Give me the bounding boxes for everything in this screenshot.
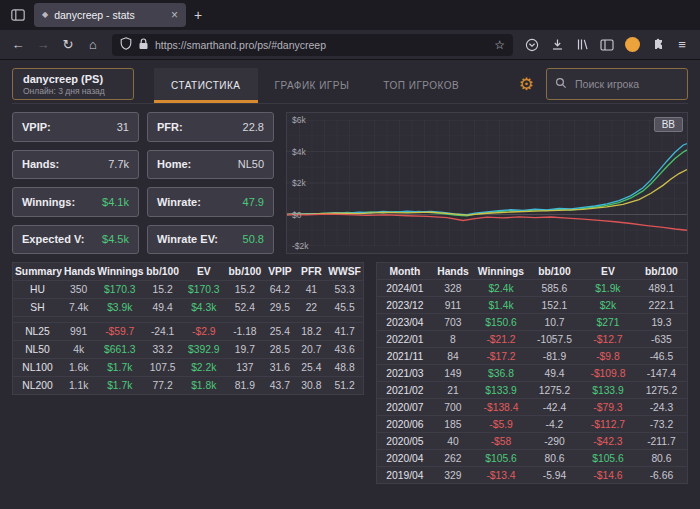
- value-cell: 49.4: [529, 365, 580, 381]
- stat-value: 31: [117, 121, 129, 133]
- value-cell: 52.4: [227, 299, 264, 316]
- value-cell: 21: [433, 382, 473, 398]
- column-header: Hands: [62, 263, 95, 280]
- stats-chart: $6k$4k$2k$0-$2k BB: [286, 112, 688, 254]
- forward-button[interactable]: →: [31, 33, 55, 57]
- row-label: 2021/02: [377, 382, 433, 398]
- row-label: SH: [13, 299, 62, 316]
- browser-nav-bar: ← → ↻ ⌂ https://smarthand.pro/ps/#danycr…: [0, 30, 700, 60]
- value-cell: $1.8k: [181, 377, 227, 394]
- url-text: https://smarthand.pro/ps/#danycreep: [155, 39, 488, 51]
- stat-label: Hands:: [22, 158, 59, 170]
- column-header: Summary: [13, 263, 62, 280]
- value-cell: 4k: [62, 341, 95, 358]
- search-icon: [555, 75, 567, 93]
- value-cell: 49.4: [144, 299, 181, 316]
- value-cell: 25.4: [297, 359, 327, 376]
- tab-close-icon[interactable]: ×: [171, 8, 178, 22]
- page-header: danycreep (PS) Онлайн: 3 дня назад СТАТИ…: [12, 68, 688, 104]
- sidebar-icon[interactable]: [595, 33, 619, 57]
- stats-and-chart-row: VPIP:31PFR:22.8Hands:7.7kHome:NL50Winnin…: [12, 112, 688, 254]
- value-cell: 19.7: [227, 341, 264, 358]
- bookmark-star-icon[interactable]: ☆: [494, 38, 505, 52]
- lock-icon[interactable]: [138, 36, 149, 54]
- table-row: NL25991-$59.7-24.1-$2.9-1.1825.418.241.7: [13, 322, 363, 340]
- column-header: Winnings: [95, 263, 144, 280]
- stat-label: Home:: [157, 158, 191, 170]
- value-cell: 48.8: [326, 359, 363, 376]
- value-cell: 991: [62, 323, 95, 340]
- column-header: bb/100: [529, 263, 580, 279]
- stat-value: NL50: [238, 158, 264, 170]
- browser-tab[interactable]: ◆ danycreep - stats ×: [34, 3, 186, 27]
- value-cell: -$79.3: [580, 399, 636, 415]
- value-cell: -$2.9: [181, 323, 227, 340]
- stat-label: Winrate:: [157, 196, 201, 208]
- menu-hamburger-icon[interactable]: ≡: [670, 33, 694, 57]
- table-row: 2020/04262$105.680.6$105.680.6: [377, 449, 687, 466]
- stat-value: 47.9: [243, 196, 264, 208]
- row-label: HU: [13, 281, 62, 298]
- tracking-protection-shield-icon[interactable]: [120, 36, 132, 54]
- bb-mode-button[interactable]: BB: [654, 117, 683, 132]
- library-icon[interactable]: [570, 33, 594, 57]
- column-header: EV: [580, 263, 636, 279]
- row-label: NL100: [13, 359, 62, 376]
- row-label: 2024/01: [377, 280, 433, 296]
- page-tabs: СТАТИСТИКАГРАФИК ИГРЫТОП ИГРОКОВ: [154, 68, 476, 103]
- value-cell: 489.1: [636, 280, 687, 296]
- value-cell: 40: [433, 433, 473, 449]
- value-cell: 1275.2: [529, 382, 580, 398]
- row-label: 2020/04: [377, 450, 433, 466]
- column-header: Hands: [433, 263, 473, 279]
- downloads-icon[interactable]: [545, 33, 569, 57]
- value-cell: $4.3k: [181, 299, 227, 316]
- stat-value: $4.1k: [102, 196, 129, 208]
- settings-gear-icon[interactable]: ⚙: [519, 68, 534, 100]
- table-row: 2020/06185-$5.9-4.2-$112.7-73.2: [377, 415, 687, 432]
- row-label: NL50: [13, 341, 62, 358]
- column-header: PFR: [297, 263, 327, 280]
- value-cell: -$12.7: [580, 331, 636, 347]
- home-button[interactable]: ⌂: [81, 33, 105, 57]
- browser-tab-bar: ◆ danycreep - stats × +: [0, 0, 700, 30]
- back-button[interactable]: ←: [6, 33, 30, 57]
- column-header: Winnings: [473, 263, 529, 279]
- player-search-box[interactable]: [546, 68, 688, 100]
- value-cell: 77.2: [144, 377, 181, 394]
- column-header: Month: [377, 263, 433, 279]
- value-cell: -290: [529, 433, 580, 449]
- column-header: WWSF: [326, 263, 363, 280]
- search-input[interactable]: [573, 77, 679, 91]
- value-cell: -635: [636, 331, 687, 347]
- value-cell: -42.4: [529, 399, 580, 415]
- tab-title: danycreep - stats: [54, 9, 165, 21]
- value-cell: $1.7k: [95, 377, 144, 394]
- value-cell: -211.7: [636, 433, 687, 449]
- value-cell: 20.7: [297, 341, 327, 358]
- table-row: NL2001.1k$1.7k77.2$1.8k81.943.730.851.2: [13, 376, 363, 394]
- tab-top-players[interactable]: ТОП ИГРОКОВ: [366, 68, 476, 103]
- reload-button[interactable]: ↻: [56, 33, 80, 57]
- new-tab-button[interactable]: +: [186, 3, 210, 27]
- account-avatar-icon[interactable]: [620, 33, 644, 57]
- value-cell: -24.3: [636, 399, 687, 415]
- tab-statistics[interactable]: СТАТИСТИКА: [154, 68, 258, 103]
- value-cell: 703: [433, 314, 473, 330]
- table-row: 2021/0221$133.91275.2$133.91275.2: [377, 381, 687, 398]
- url-bar[interactable]: https://smarthand.pro/ps/#danycreep ☆: [112, 34, 513, 56]
- firefox-view-icon[interactable]: [6, 3, 30, 27]
- stat-label: VPIP:: [22, 121, 51, 133]
- pocket-icon[interactable]: [520, 33, 544, 57]
- extensions-puzzle-icon[interactable]: [645, 33, 669, 57]
- value-cell: 30.8: [297, 377, 327, 394]
- stat-box: Winnings:$4.1k: [12, 187, 139, 217]
- tab-game-graph[interactable]: ГРАФИК ИГРЫ: [258, 68, 367, 103]
- value-cell: 43.6: [326, 341, 363, 358]
- value-cell: $271: [580, 314, 636, 330]
- browser-window: ◆ danycreep - stats × + ← → ↻ ⌂ https://…: [0, 0, 700, 509]
- value-cell: -$9.8: [580, 348, 636, 364]
- value-cell: 33.2: [144, 341, 181, 358]
- value-cell: -$112.7: [580, 416, 636, 432]
- value-cell: -$5.9: [473, 416, 529, 432]
